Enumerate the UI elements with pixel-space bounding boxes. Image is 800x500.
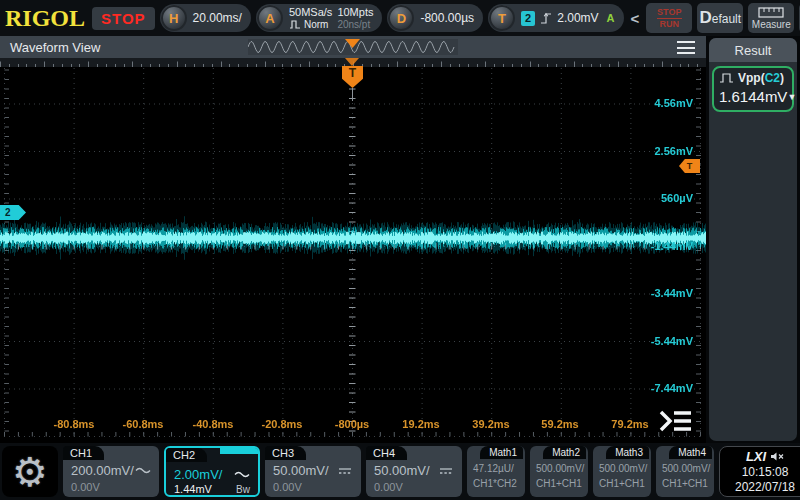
channel4-card[interactable]: CH4 50.00mV/ 0.00V bbox=[366, 446, 462, 497]
speaker-muted-icon bbox=[770, 451, 784, 462]
dc-coupling-icon bbox=[438, 466, 454, 475]
top-toolbar: RIGOL STOP H 20.00ms/ A 50MSa/s Norm 10M… bbox=[0, 0, 800, 36]
vpp-measurement-card[interactable]: Vpp(C2) 1.6144mV ▼ bbox=[712, 66, 794, 112]
default-rest: efault bbox=[712, 12, 741, 26]
pulse-icon bbox=[289, 20, 302, 29]
acquisition-mode: Norm bbox=[304, 19, 328, 30]
channel3-offset: 0.00V bbox=[273, 481, 302, 493]
channel4-scale: 50.00mV/ bbox=[374, 463, 430, 478]
default-cap: D bbox=[699, 8, 711, 27]
math2-card[interactable]: Math2 500.00mV/ CH1+CH1 bbox=[530, 446, 588, 497]
time-label: 19.2ms bbox=[402, 418, 439, 430]
channel2-bandwidth-badge: Bw bbox=[236, 484, 250, 495]
math3-tab: Math3 bbox=[606, 446, 649, 459]
acquisition-control[interactable]: A 50MSa/s Norm 10Mpts 20ns/pt bbox=[256, 4, 383, 32]
acquisition-knob-icon: A bbox=[257, 5, 283, 31]
voltage-label: -3.44mV bbox=[651, 286, 693, 300]
voltage-label: 2.56mV bbox=[654, 144, 693, 158]
math1-tab: Math1 bbox=[480, 446, 523, 459]
channel3-tab: CH3 bbox=[265, 446, 306, 460]
lxi-label: LXI bbox=[746, 449, 766, 464]
trigger-knob-icon: T bbox=[489, 5, 515, 31]
waveform-grid[interactable]: T 2 T 4.56mV 2.56mV 560µV -1.44mV -3.44m… bbox=[0, 58, 706, 443]
ruler-icon bbox=[758, 7, 784, 18]
acquisition-status-badge: STOP bbox=[92, 7, 155, 30]
rising-edge-icon bbox=[540, 11, 552, 25]
channel4-tab: CH4 bbox=[366, 446, 407, 460]
channel2-scale: 2.00mV/ bbox=[174, 467, 222, 482]
stop-label: STOP bbox=[657, 7, 681, 17]
time-label: 79.2ms bbox=[611, 418, 648, 430]
math2-expression: CH1+CH1 bbox=[536, 478, 582, 489]
trigger-source-badge: 2 bbox=[521, 11, 535, 26]
math2-scale: 500.00mV/ bbox=[536, 463, 584, 474]
channel2-active-strip bbox=[220, 448, 258, 454]
ruler-trigger-icon bbox=[345, 58, 359, 66]
voltage-label: -7.44mV bbox=[651, 381, 693, 395]
math1-card[interactable]: Math1 47.12µU/ CH1*CH2 bbox=[467, 446, 525, 497]
memory-depth: 10Mpts bbox=[337, 6, 373, 18]
time-label: -60.8ms bbox=[123, 418, 164, 430]
bottom-bar: ⚙ CH1 200.00mV/ 0.00V CH2 2.00mV/ 1.44mV… bbox=[0, 443, 800, 500]
channel2-tab: CH2 bbox=[166, 448, 207, 462]
run-label: RUN bbox=[657, 18, 683, 29]
channel2-offset: 1.44mV bbox=[174, 483, 212, 495]
math4-expression: CH1+CH1 bbox=[662, 478, 708, 489]
horizontal-scale-control[interactable]: H 20.00ms/ bbox=[160, 4, 251, 32]
trigger-position-stem bbox=[352, 88, 353, 101]
trigger-level-value: 2.00mV bbox=[557, 11, 598, 25]
delay-control[interactable]: D -800.00µs bbox=[387, 4, 483, 32]
dc-coupling-icon bbox=[337, 466, 353, 475]
sample-rate: 50MSa/s bbox=[289, 6, 332, 18]
channel1-tab: CH1 bbox=[63, 446, 104, 460]
channel1-card[interactable]: CH1 200.00mV/ 0.00V bbox=[63, 446, 159, 497]
waveform-title: Waveform View bbox=[0, 40, 100, 55]
time-label: -80.8ms bbox=[54, 418, 95, 430]
channel2-card[interactable]: CH2 2.00mV/ 1.44mV Bw bbox=[164, 446, 260, 497]
waveform-titlebar: Waveform View bbox=[0, 36, 706, 58]
measure-button[interactable]: Measure bbox=[748, 3, 794, 33]
pulse-measurement-icon bbox=[719, 72, 734, 84]
voltage-label: 4.56mV bbox=[654, 96, 693, 110]
clock-time: 10:15:08 bbox=[742, 465, 789, 479]
math3-card[interactable]: Math3 500.00mV/ CH1+CH1 bbox=[593, 446, 651, 497]
math1-scale: 47.12µU/ bbox=[473, 463, 514, 474]
math1-expression: CH1*CH2 bbox=[473, 478, 517, 489]
voltage-label: -1.44mV bbox=[651, 239, 693, 253]
default-button[interactable]: Default bbox=[697, 3, 743, 33]
oscilloscope-screen: RIGOL STOP H 20.00ms/ A 50MSa/s Norm 10M… bbox=[0, 0, 800, 500]
voltage-label: 560µV bbox=[661, 191, 693, 205]
waveform-menu-icon[interactable] bbox=[677, 41, 695, 54]
channel1-offset: 0.00V bbox=[71, 481, 100, 493]
math4-card[interactable]: Math4 500.00mV/ CH1+CH1 bbox=[656, 446, 714, 497]
result-panel: Result Vpp(C2) 1.6144mV ▼ bbox=[709, 38, 797, 441]
channel3-scale: 50.00mV/ bbox=[273, 463, 329, 478]
toolbar-prev-button[interactable]: < bbox=[629, 10, 642, 27]
stop-run-button[interactable]: STOP RUN bbox=[646, 3, 692, 33]
channel1-scale: 200.00mV/ bbox=[71, 463, 134, 478]
grid-canvas[interactable] bbox=[0, 58, 706, 443]
system-menu-button[interactable]: ⚙ bbox=[2, 446, 58, 497]
horizontal-scale-value: 20.00ms/ bbox=[193, 11, 242, 25]
measure-label: Measure bbox=[752, 19, 791, 30]
time-label: 59.2ms bbox=[541, 418, 578, 430]
time-label: -800µs bbox=[335, 418, 369, 430]
vpp-channel: C2 bbox=[765, 71, 780, 85]
ac-coupling-icon bbox=[135, 466, 151, 475]
trigger-mode: A bbox=[607, 12, 615, 24]
vpp-dropdown-icon[interactable]: ▼ bbox=[787, 92, 796, 102]
vpp-label: Vpp( bbox=[738, 71, 765, 85]
math2-tab: Math2 bbox=[543, 446, 586, 459]
menu-expand-icon[interactable] bbox=[658, 408, 694, 434]
channel3-card[interactable]: CH3 50.00mV/ 0.00V bbox=[265, 446, 361, 497]
clock-date: 2022/07/18 bbox=[735, 480, 795, 494]
time-label: 39.2ms bbox=[472, 418, 509, 430]
voltage-label: -5.44mV bbox=[651, 334, 693, 348]
delay-value: -800.00µs bbox=[420, 11, 474, 25]
vpp-value: 1.6144mV bbox=[719, 88, 787, 105]
time-label: -20.8ms bbox=[262, 418, 303, 430]
waveform-window: Waveform View T 2 T 4.56mV 2.56mV 560µV … bbox=[0, 36, 706, 443]
trigger-control[interactable]: T 2 2.00mV A bbox=[488, 4, 623, 32]
horizontal-knob-icon: H bbox=[161, 5, 187, 31]
system-status-card[interactable]: LXI 10:15:08 2022/07/18 bbox=[719, 446, 800, 497]
